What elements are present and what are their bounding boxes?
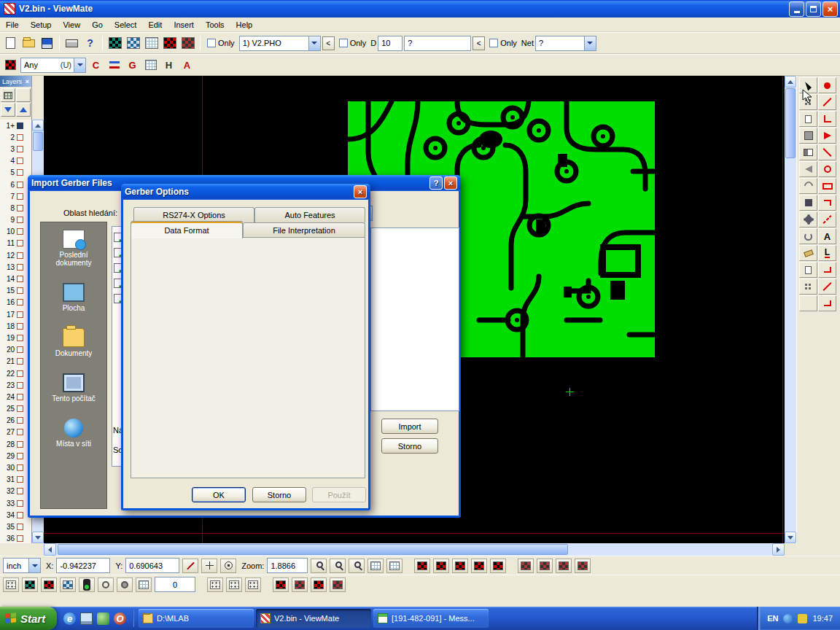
layer-row[interactable]: 35 — [0, 521, 31, 532]
dot-grid-icon[interactable] — [207, 578, 223, 592]
layer-row[interactable]: 17 — [0, 308, 31, 320]
table-grid-icon[interactable] — [136, 578, 152, 592]
layer-move-down-button[interactable] — [1, 103, 15, 117]
show-desktop-icon[interactable] — [80, 612, 93, 625]
layer-row[interactable]: 10 — [0, 226, 31, 238]
dropdown-arrow-icon[interactable] — [308, 36, 320, 50]
layer-row[interactable]: 14 — [0, 273, 31, 284]
canvas-horizontal-scrollbar[interactable] — [44, 543, 785, 556]
dcode-input[interactable]: 10 — [378, 36, 402, 51]
print-icon[interactable] — [63, 35, 80, 51]
layers-panel-header[interactable]: Layers × — [0, 76, 31, 87]
arc-tool-icon[interactable] — [799, 178, 817, 194]
zoom-value[interactable]: 1.8866 — [267, 558, 308, 573]
mode-swatch-icon[interactable] — [41, 578, 57, 592]
measure-grid-icon[interactable] — [179, 35, 196, 51]
aperture-swatch-icon[interactable] — [575, 559, 591, 573]
mode-swatch-icon[interactable] — [60, 578, 76, 592]
layer-color-swatch[interactable] — [17, 382, 23, 389]
menu-item[interactable]: Setup — [25, 18, 58, 31]
scroll-down-icon[interactable] — [785, 532, 796, 543]
messenger-icon[interactable] — [97, 612, 109, 625]
aperture-swatch-icon[interactable] — [490, 559, 506, 573]
layer-row[interactable]: 13 — [0, 261, 31, 273]
filled-ring-tool-icon[interactable] — [117, 578, 133, 592]
flash-pad-tool-icon[interactable] — [818, 77, 836, 93]
layer-row[interactable]: 19 — [0, 332, 31, 343]
internet-explorer-icon[interactable]: e — [63, 612, 76, 625]
start-button[interactable]: Start — [0, 607, 57, 630]
circle-tool-icon[interactable] — [818, 161, 836, 177]
mode-swatch-icon[interactable] — [3, 578, 19, 592]
target-origin-icon[interactable] — [220, 559, 236, 573]
corner-tool-icon[interactable] — [818, 111, 836, 127]
layer-color-swatch[interactable] — [17, 488, 23, 494]
layer-color-swatch[interactable] — [17, 394, 23, 400]
layer-row[interactable]: 15 — [0, 285, 31, 297]
layer-color-swatch[interactable] — [17, 276, 23, 282]
task-button-mlab[interactable]: D:\MLAB — [139, 609, 254, 628]
zoom-in-icon[interactable] — [311, 559, 327, 573]
block-tool-icon[interactable] — [799, 195, 817, 211]
clock[interactable]: 19:47 — [812, 614, 833, 623]
scroll-down-icon[interactable] — [32, 532, 44, 543]
layer-row[interactable]: 4 — [0, 155, 31, 167]
layer-row[interactable]: 34 — [0, 509, 31, 521]
layer-row[interactable]: 28 — [0, 438, 31, 450]
layer-color-swatch[interactable] — [17, 252, 23, 259]
swap-layers-icon[interactable] — [106, 57, 122, 73]
layer-select[interactable]: 1) V2.PHO — [239, 36, 321, 51]
dropdown-arrow-icon[interactable] — [74, 58, 85, 72]
dot-grid-icon[interactable] — [226, 578, 242, 592]
grid-snap-icon[interactable] — [142, 57, 159, 73]
layer-color-swatch[interactable] — [17, 476, 23, 483]
minimize-button[interactable] — [789, 1, 804, 17]
layer-row[interactable]: 24 — [0, 391, 31, 402]
cancel-button[interactable]: Storno — [252, 487, 306, 502]
aperture-swatch-icon[interactable] — [292, 578, 308, 592]
place-item[interactable]: Poslední dokumenty — [41, 230, 106, 267]
layer-row[interactable]: 29 — [0, 450, 31, 462]
select-all-icon[interactable]: A — [179, 57, 195, 73]
layer-row[interactable]: 2 — [0, 131, 31, 143]
layer-row[interactable]: 27 — [0, 427, 31, 438]
close-button[interactable]: × — [822, 1, 838, 17]
layer-row[interactable]: 7 — [0, 190, 31, 202]
x-coordinate-value[interactable]: -0.942237 — [56, 558, 110, 573]
layer-color-swatch[interactable] — [17, 134, 23, 141]
aperture-swatch-icon[interactable] — [433, 559, 449, 573]
update-tray-icon[interactable] — [798, 614, 807, 623]
menu-item[interactable]: View — [57, 18, 86, 31]
layer-row[interactable]: 23 — [0, 379, 31, 391]
save-file-icon[interactable] — [39, 35, 55, 51]
layer-color-swatch[interactable] — [17, 287, 23, 294]
aperture-swatch-icon[interactable] — [273, 578, 289, 592]
net-select[interactable]: ? — [535, 36, 596, 51]
opera-icon[interactable]: O — [114, 612, 126, 625]
task-button-message[interactable]: [191-482-091] - Mess... — [373, 609, 489, 628]
layer-row[interactable]: 20 — [0, 344, 31, 356]
aperture-list-icon[interactable] — [106, 35, 123, 51]
scroll-up-icon[interactable] — [785, 76, 796, 88]
open-file-icon[interactable] — [20, 35, 37, 51]
dot-grid-icon[interactable] — [245, 578, 261, 592]
layer-color-swatch[interactable] — [17, 228, 23, 235]
only-dcode-checkbox[interactable] — [339, 39, 348, 47]
layer-color-swatch[interactable] — [17, 512, 23, 518]
aperture-swatch-icon[interactable] — [518, 559, 534, 573]
language-indicator[interactable]: EN — [767, 614, 778, 623]
menu-item[interactable]: Select — [109, 18, 143, 31]
place-item[interactable]: Místa v síti — [41, 419, 106, 448]
layer-color-swatch[interactable] — [17, 299, 23, 306]
scroll-left-icon[interactable] — [44, 543, 56, 556]
redline3-tool-icon[interactable] — [818, 279, 836, 295]
gear-settings-icon[interactable] — [799, 211, 817, 228]
clear-selection-icon[interactable]: C — [88, 57, 104, 73]
dropdown-arrow-icon[interactable] — [584, 36, 596, 50]
tab-file-interpretation[interactable]: File Interpretation — [243, 222, 365, 238]
crosshair-icon[interactable] — [201, 559, 217, 573]
mode-swatch-icon[interactable] — [22, 578, 38, 592]
polyline-tool-icon[interactable] — [818, 195, 836, 211]
aperture-swatch-icon[interactable] — [311, 578, 327, 592]
layer-row[interactable]: 33 — [0, 497, 31, 509]
